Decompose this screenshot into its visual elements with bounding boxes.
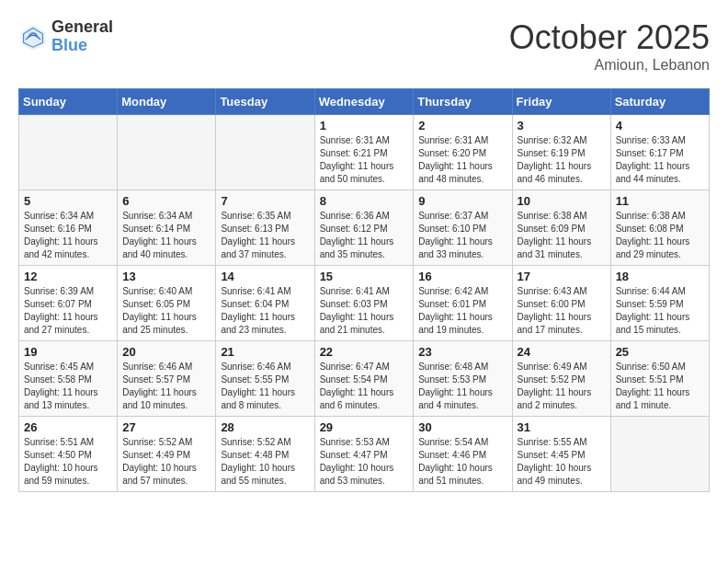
day-number: 27 — [122, 420, 210, 434]
calendar-cell: 30Sunrise: 5:54 AM Sunset: 4:46 PM Dayli… — [414, 417, 512, 492]
calendar-week-row: 19Sunrise: 6:45 AM Sunset: 5:58 PM Dayli… — [19, 341, 710, 417]
day-number: 29 — [320, 420, 409, 434]
day-number: 24 — [518, 345, 606, 359]
month-title: October 2025 — [509, 18, 710, 57]
title-block: October 2025 Amioun, Lebanon — [509, 18, 710, 74]
day-info: Sunrise: 6:36 AM Sunset: 6:12 PM Dayligh… — [320, 210, 409, 261]
day-number: 30 — [418, 420, 506, 434]
calendar-cell: 5Sunrise: 6:34 AM Sunset: 6:16 PM Daylig… — [19, 190, 118, 266]
day-number: 9 — [418, 194, 506, 208]
calendar-cell: 16Sunrise: 6:42 AM Sunset: 6:01 PM Dayli… — [414, 266, 512, 341]
calendar-cell: 11Sunrise: 6:38 AM Sunset: 6:08 PM Dayli… — [610, 190, 709, 266]
day-number: 1 — [320, 119, 409, 132]
calendar-cell — [118, 115, 216, 190]
logo-icon — [18, 22, 48, 52]
weekday-header: Tuesday — [216, 89, 314, 115]
day-number: 19 — [24, 345, 112, 359]
calendar-cell: 12Sunrise: 6:39 AM Sunset: 6:07 PM Dayli… — [19, 266, 118, 341]
calendar-cell: 21Sunrise: 6:46 AM Sunset: 5:55 PM Dayli… — [216, 341, 314, 417]
day-number: 21 — [221, 345, 309, 359]
day-info: Sunrise: 5:55 AM Sunset: 4:45 PM Dayligh… — [518, 436, 606, 488]
day-info: Sunrise: 5:53 AM Sunset: 4:47 PM Dayligh… — [320, 436, 409, 488]
day-info: Sunrise: 5:54 AM Sunset: 4:46 PM Dayligh… — [418, 436, 506, 488]
day-number: 12 — [24, 270, 112, 283]
calendar-week-row: 26Sunrise: 5:51 AM Sunset: 4:50 PM Dayli… — [19, 417, 710, 492]
calendar-table: SundayMondayTuesdayWednesdayThursdayFrid… — [18, 88, 710, 492]
calendar-cell: 8Sunrise: 6:36 AM Sunset: 6:12 PM Daylig… — [314, 190, 414, 266]
day-info: Sunrise: 5:51 AM Sunset: 4:50 PM Dayligh… — [24, 436, 112, 488]
day-info: Sunrise: 6:50 AM Sunset: 5:51 PM Dayligh… — [616, 361, 704, 412]
day-number: 10 — [518, 194, 606, 208]
calendar-cell: 18Sunrise: 6:44 AM Sunset: 5:59 PM Dayli… — [610, 266, 709, 341]
calendar-cell: 22Sunrise: 6:47 AM Sunset: 5:54 PM Dayli… — [314, 341, 414, 417]
logo: General Blue — [18, 18, 113, 55]
calendar-cell: 31Sunrise: 5:55 AM Sunset: 4:45 PM Dayli… — [512, 417, 610, 492]
day-number: 31 — [518, 420, 606, 434]
day-info: Sunrise: 6:33 AM Sunset: 6:17 PM Dayligh… — [616, 134, 704, 186]
weekday-header: Saturday — [610, 89, 709, 115]
calendar-cell: 7Sunrise: 6:35 AM Sunset: 6:13 PM Daylig… — [216, 190, 314, 266]
day-info: Sunrise: 6:47 AM Sunset: 5:54 PM Dayligh… — [320, 361, 409, 412]
calendar-cell: 24Sunrise: 6:49 AM Sunset: 5:52 PM Dayli… — [512, 341, 610, 417]
logo-blue: Blue — [51, 36, 87, 54]
day-number: 14 — [221, 270, 309, 283]
day-info: Sunrise: 6:40 AM Sunset: 6:05 PM Dayligh… — [122, 285, 210, 337]
calendar-cell: 15Sunrise: 6:41 AM Sunset: 6:03 PM Dayli… — [314, 266, 414, 341]
page-header: General Blue October 2025 Amioun, Lebano… — [18, 18, 710, 74]
day-number: 7 — [221, 194, 309, 208]
day-info: Sunrise: 6:34 AM Sunset: 6:16 PM Dayligh… — [24, 210, 112, 261]
calendar-cell: 20Sunrise: 6:46 AM Sunset: 5:57 PM Dayli… — [118, 341, 216, 417]
weekday-header: Friday — [512, 89, 610, 115]
day-info: Sunrise: 6:39 AM Sunset: 6:07 PM Dayligh… — [24, 285, 112, 337]
calendar-cell — [19, 115, 118, 190]
calendar-cell: 26Sunrise: 5:51 AM Sunset: 4:50 PM Dayli… — [19, 417, 118, 492]
day-number: 3 — [518, 119, 606, 132]
calendar-cell: 6Sunrise: 6:34 AM Sunset: 6:14 PM Daylig… — [118, 190, 216, 266]
day-info: Sunrise: 6:41 AM Sunset: 6:03 PM Dayligh… — [320, 285, 409, 337]
weekday-header: Monday — [118, 89, 216, 115]
day-number: 2 — [418, 119, 506, 132]
calendar-cell: 4Sunrise: 6:33 AM Sunset: 6:17 PM Daylig… — [610, 115, 709, 190]
day-info: Sunrise: 6:46 AM Sunset: 5:55 PM Dayligh… — [221, 361, 309, 412]
calendar-cell: 28Sunrise: 5:52 AM Sunset: 4:48 PM Dayli… — [216, 417, 314, 492]
calendar-cell: 23Sunrise: 6:48 AM Sunset: 5:53 PM Dayli… — [414, 341, 512, 417]
calendar-week-row: 5Sunrise: 6:34 AM Sunset: 6:16 PM Daylig… — [19, 190, 710, 266]
weekday-header: Thursday — [414, 89, 512, 115]
weekday-header: Sunday — [19, 89, 118, 115]
calendar-cell: 10Sunrise: 6:38 AM Sunset: 6:09 PM Dayli… — [512, 190, 610, 266]
day-info: Sunrise: 6:34 AM Sunset: 6:14 PM Dayligh… — [122, 210, 210, 261]
day-info: Sunrise: 6:31 AM Sunset: 6:20 PM Dayligh… — [418, 134, 506, 186]
logo-general: General — [51, 17, 113, 36]
calendar-cell: 1Sunrise: 6:31 AM Sunset: 6:21 PM Daylig… — [314, 115, 414, 190]
day-info: Sunrise: 6:38 AM Sunset: 6:08 PM Dayligh… — [616, 210, 704, 261]
day-info: Sunrise: 6:31 AM Sunset: 6:21 PM Dayligh… — [320, 134, 409, 186]
day-info: Sunrise: 6:35 AM Sunset: 6:13 PM Dayligh… — [221, 210, 309, 261]
day-number: 15 — [320, 270, 409, 283]
day-number: 17 — [518, 270, 606, 283]
weekday-header-row: SundayMondayTuesdayWednesdayThursdayFrid… — [19, 89, 710, 115]
day-number: 8 — [320, 194, 409, 208]
calendar-cell: 3Sunrise: 6:32 AM Sunset: 6:19 PM Daylig… — [512, 115, 610, 190]
day-number: 5 — [24, 194, 112, 208]
calendar-cell: 14Sunrise: 6:41 AM Sunset: 6:04 PM Dayli… — [216, 266, 314, 341]
day-number: 22 — [320, 345, 409, 359]
day-number: 25 — [616, 345, 704, 359]
day-number: 13 — [122, 270, 210, 283]
day-info: Sunrise: 6:41 AM Sunset: 6:04 PM Dayligh… — [221, 285, 309, 337]
calendar-cell — [610, 417, 709, 492]
calendar-cell: 13Sunrise: 6:40 AM Sunset: 6:05 PM Dayli… — [118, 266, 216, 341]
day-number: 4 — [616, 119, 704, 132]
calendar-week-row: 12Sunrise: 6:39 AM Sunset: 6:07 PM Dayli… — [19, 266, 710, 341]
day-number: 23 — [418, 345, 506, 359]
calendar-cell: 29Sunrise: 5:53 AM Sunset: 4:47 PM Dayli… — [314, 417, 414, 492]
day-number: 18 — [616, 270, 704, 283]
svg-marker-0 — [21, 25, 45, 50]
location: Amioun, Lebanon — [509, 57, 710, 74]
calendar-cell: 27Sunrise: 5:52 AM Sunset: 4:49 PM Dayli… — [118, 417, 216, 492]
day-info: Sunrise: 6:45 AM Sunset: 5:58 PM Dayligh… — [24, 361, 112, 412]
day-number: 20 — [122, 345, 210, 359]
day-info: Sunrise: 6:32 AM Sunset: 6:19 PM Dayligh… — [518, 134, 606, 186]
day-number: 26 — [24, 420, 112, 434]
calendar-cell: 19Sunrise: 6:45 AM Sunset: 5:58 PM Dayli… — [19, 341, 118, 417]
day-number: 6 — [122, 194, 210, 208]
